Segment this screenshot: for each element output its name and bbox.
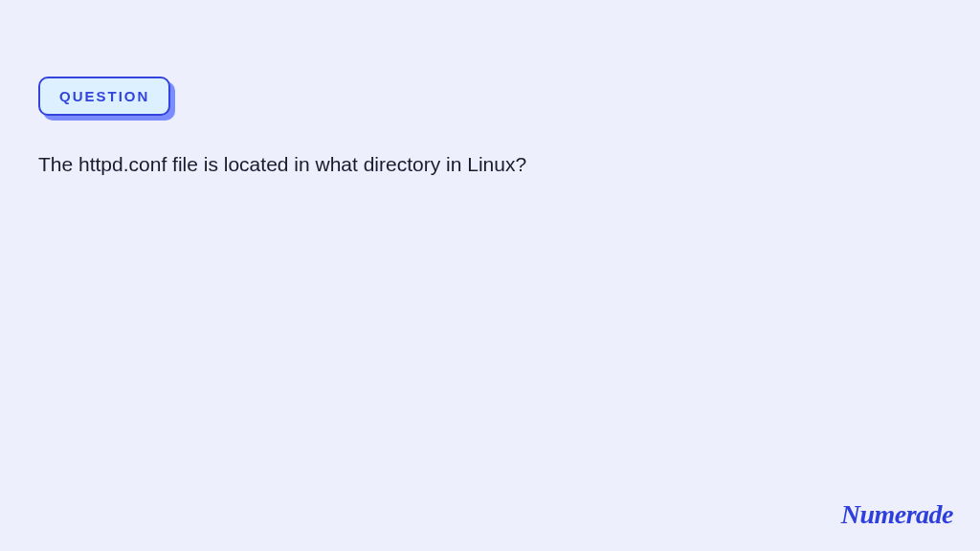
question-text: The httpd.conf file is located in what d… bbox=[38, 150, 942, 178]
question-badge-wrapper: QUESTION bbox=[38, 77, 170, 116]
brand-logo: Numerade bbox=[841, 499, 953, 530]
content-area: QUESTION The httpd.conf file is located … bbox=[0, 0, 980, 216]
question-badge: QUESTION bbox=[38, 77, 170, 116]
